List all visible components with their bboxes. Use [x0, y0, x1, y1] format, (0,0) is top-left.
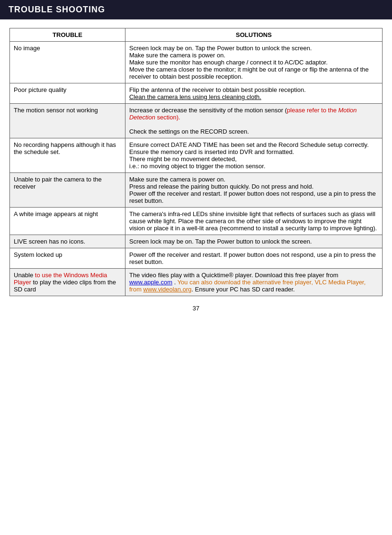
solution-cell: Screen lock may be on. Tap the Power but… [125, 42, 382, 83]
trouble-cell: No recording happens although it has the… [10, 138, 125, 173]
solution-cell: Screen lock may be on. Tap the Power but… [125, 235, 382, 248]
solutions-header: SOLUTIONS [125, 28, 382, 42]
trouble-cell: Unable to pair the camera to the receive… [10, 173, 125, 208]
trouble-cell: A white image appears at night [10, 208, 125, 235]
solution-cell: Ensure correct DATE AND TIME has been se… [125, 138, 382, 173]
header: TROUBLE SHOOTING [0, 0, 392, 19]
table-row: No recording happens although it has the… [10, 138, 383, 173]
page-number: 37 [193, 305, 199, 312]
table-row: System locked upPower off the receiver a… [10, 248, 383, 269]
trouble-cell: LIVE screen has no icons. [10, 235, 125, 248]
trouble-cell: Unable to use the Windows Media Player t… [10, 269, 125, 296]
page-title: TROUBLE SHOOTING [9, 5, 105, 14]
solution-cell: The camera's infra-red LEDs shine invisi… [125, 208, 382, 235]
trouble-cell: No image [10, 42, 125, 83]
trouble-cell: Poor picture quality [10, 83, 125, 104]
trouble-cell: System locked up [10, 248, 125, 269]
videolan-link[interactable]: www.videolan.org [143, 286, 192, 293]
table-row: No imageScreen lock may be on. Tap the P… [10, 42, 383, 83]
solution-cell: Make sure the camera is power on.Press a… [125, 173, 382, 208]
page-footer: 37 [0, 305, 392, 317]
table-row: A white image appears at nightThe camera… [10, 208, 383, 235]
table-row: Unable to use the Windows Media Player t… [10, 269, 383, 296]
table-row: LIVE screen has no icons.Screen lock may… [10, 235, 383, 248]
trouble-header: TROUBLE [10, 28, 125, 42]
table-row: Poor picture qualityFlip the antenna of … [10, 83, 383, 104]
apple-link[interactable]: www.apple.com [129, 279, 172, 286]
troubleshooting-table: TROUBLE SOLUTIONS No imageScreen lock ma… [9, 28, 383, 296]
solution-cell: Power off the receiver and restart. If p… [125, 248, 382, 269]
solution-cell: Increase or decrease the sensitivity of … [125, 104, 382, 138]
table-row: Unable to pair the camera to the receive… [10, 173, 383, 208]
solution-cell: The video files play with a Quicktime® p… [125, 269, 382, 296]
trouble-cell: The motion sensor not working [10, 104, 125, 138]
table-row: The motion sensor not workingIncrease or… [10, 104, 383, 138]
solution-cell: Flip the antenna of the receiver to obta… [125, 83, 382, 104]
